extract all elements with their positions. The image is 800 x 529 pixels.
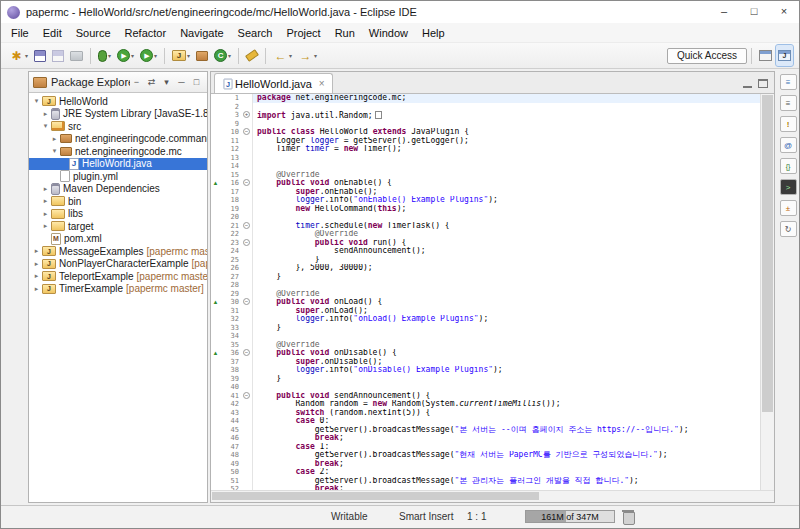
tree-item-timerexample[interactable]: ▸JTimerExample[papermc master] [29, 283, 207, 296]
code-line[interactable]: 19 new HelloCommand(this); [211, 205, 760, 214]
fold-column[interactable]: + [241, 111, 253, 120]
tree-chevron-icon[interactable]: ▸ [41, 210, 50, 218]
code-line[interactable]: 33 } [211, 324, 760, 333]
fold-column[interactable]: − [241, 128, 253, 137]
tree-item-target[interactable]: ▸target [29, 220, 207, 233]
code-line[interactable]: 37 super.onDisable(); [211, 358, 760, 367]
tree-item-jre-system-library-javase-1-8[interactable]: ▸JRE System Library [JavaSE-1.8] [29, 108, 207, 121]
tree-chevron-icon[interactable]: ▸ [32, 272, 41, 280]
code-line[interactable]: 35 @Override [211, 341, 760, 350]
code-line[interactable]: 26 }, 5000, 30000); [211, 264, 760, 273]
code-line[interactable]: ▲36− public void onDisable() { [211, 349, 760, 358]
menu-file[interactable]: File [4, 25, 36, 41]
code-line[interactable]: 42 Random random = new Random(System.cur… [211, 400, 760, 409]
menu-project[interactable]: Project [279, 25, 327, 41]
fold-toggle-icon[interactable]: − [243, 128, 250, 135]
fold-column[interactable]: − [241, 392, 253, 401]
tree-item-net-engineeringcode-command[interactable]: ▸net.engineeringcode.command [29, 133, 207, 146]
collapse-all-icon[interactable]: − [130, 76, 143, 89]
code-line[interactable]: 51 getServer().broadcastMessage("본 관리자는 … [211, 477, 760, 486]
dropdown-arrow-icon[interactable]: ▾ [108, 52, 111, 59]
dropdown-arrow-icon[interactable]: ▾ [131, 52, 134, 59]
javadoc-icon[interactable]: @ [780, 137, 797, 153]
history-icon[interactable]: ↻ [780, 221, 797, 237]
tree-chevron-icon[interactable]: ▸ [41, 197, 50, 205]
tree-chevron-icon[interactable]: ▾ [41, 122, 50, 130]
fold-toggle-icon[interactable]: − [243, 222, 250, 229]
code-line[interactable]: 20 [211, 213, 760, 222]
dropdown-arrow-icon[interactable]: ▾ [289, 52, 292, 59]
code-line[interactable]: 49 break; [211, 460, 760, 469]
code-line[interactable]: 39 } [211, 375, 760, 384]
dropdown-arrow-icon[interactable]: ▾ [25, 52, 28, 59]
new-wizard-icon[interactable]: ✱▾ [7, 45, 30, 66]
java-perspective-icon[interactable]: J [776, 45, 793, 66]
outline-icon[interactable]: ≡ [780, 95, 797, 111]
tree-item-nonplayercharacterexample[interactable]: ▸JNonPlayerCharacterExample[papermc mast [29, 258, 207, 271]
new-package-icon[interactable] [194, 45, 210, 66]
menu-refactor[interactable]: Refactor [118, 25, 174, 41]
code-line[interactable]: 11 Logger logger = getServer().getLogger… [211, 137, 760, 146]
problems-icon[interactable]: ! [780, 116, 797, 132]
run-icon[interactable]: ▶▾ [115, 45, 136, 66]
tree-chevron-icon[interactable]: ▸ [32, 260, 41, 268]
fold-column[interactable]: − [241, 179, 253, 188]
tree-item-plugin-yml[interactable]: plugin.yml [29, 170, 207, 183]
tree-item-helloworld-java[interactable]: JHelloWorld.java [29, 158, 207, 171]
open-perspective-icon[interactable] [757, 45, 774, 66]
tree-chevron-icon[interactable]: ▸ [41, 110, 50, 118]
horizontal-scrollbar[interactable] [211, 490, 774, 502]
maximize-icon[interactable]: □ [190, 76, 203, 89]
tree-item-maven-dependencies[interactable]: ▸Maven Dependencies [29, 183, 207, 196]
tree-item-net-engineeringcode-mc[interactable]: ▾net.engineeringcode.mc [29, 145, 207, 158]
code-line[interactable]: 21− timer.schedule(new TimerTask() { [211, 222, 760, 231]
tree-item-bin[interactable]: ▸bin [29, 195, 207, 208]
editor-tab-helloworld-java[interactable]: J HelloWorld.java × [214, 73, 333, 93]
code-line[interactable]: 12 Timer timer = new Timer(); [211, 145, 760, 154]
fold-toggle-icon[interactable]: − [243, 179, 250, 186]
code-line[interactable]: 41− public void sendAnnouncement() { [211, 392, 760, 401]
save-icon[interactable] [32, 45, 48, 66]
code-line[interactable]: 10−public class HelloWorld extends JavaP… [211, 128, 760, 137]
window-maximize-button[interactable]: □ [739, 1, 769, 23]
code-line[interactable]: 2 [211, 103, 760, 112]
code-editor[interactable]: 1package net.engineeringcode.mc;23+impor… [211, 94, 760, 490]
fold-column[interactable]: − [241, 349, 253, 358]
code-line[interactable]: 1package net.engineeringcode.mc; [211, 94, 760, 103]
tree-chevron-icon[interactable]: ▸ [32, 285, 41, 293]
dropdown-arrow-icon[interactable]: ▾ [228, 52, 231, 59]
title-bar[interactable]: papermc - HelloWorld/src/net/engineering… [1, 1, 799, 23]
code-line[interactable]: 25 } [211, 256, 760, 265]
window-minimize-button[interactable]: – [709, 1, 739, 23]
code-line[interactable]: 38 logger.info("onDisable() Example Plug… [211, 366, 760, 375]
external-tools-icon[interactable]: ▶▾ [138, 45, 159, 66]
code-line[interactable]: 15 @Override [211, 171, 760, 180]
vertical-scrollbar[interactable] [760, 94, 774, 490]
fold-column[interactable]: − [241, 298, 253, 307]
code-line[interactable]: 28 [211, 281, 760, 290]
code-line[interactable]: 18 logger.info("onEnable() Example Plugi… [211, 196, 760, 205]
fold-column[interactable]: − [241, 239, 253, 248]
code-line[interactable]: 22 @Override [211, 230, 760, 239]
editor-minimize-icon[interactable] [743, 80, 752, 88]
garbage-collect-icon[interactable] [623, 512, 635, 525]
code-line[interactable]: 13 [211, 154, 760, 163]
code-line[interactable]: 31 super.onLoad(); [211, 307, 760, 316]
code-line[interactable]: 45 getServer().broadcastMessage("본 서버는 -… [211, 426, 760, 435]
fold-toggle-icon[interactable]: − [243, 298, 250, 305]
menu-edit[interactable]: Edit [36, 25, 69, 41]
declaration-icon[interactable]: {} [780, 158, 797, 174]
quick-access-button[interactable]: Quick Access [667, 48, 747, 64]
tree-item-pom-xml[interactable]: Mpom.xml [29, 233, 207, 246]
tree-chevron-icon[interactable]: ▾ [32, 97, 41, 105]
debug-icon[interactable]: ▾ [96, 45, 113, 66]
search-icon[interactable] [244, 45, 260, 66]
forward-icon[interactable]: →▾ [296, 45, 319, 66]
tree-item-src[interactable]: ▾src [29, 120, 207, 133]
console-icon[interactable]: > [780, 179, 797, 195]
code-line[interactable]: 27 } [211, 273, 760, 282]
code-line[interactable]: 3+import java.util.Random; [211, 111, 760, 120]
view-menu-icon[interactable]: ▾ [160, 76, 173, 89]
code-line[interactable]: 24 sendAnnouncement(); [211, 247, 760, 256]
code-line[interactable]: 46 break; [211, 434, 760, 443]
